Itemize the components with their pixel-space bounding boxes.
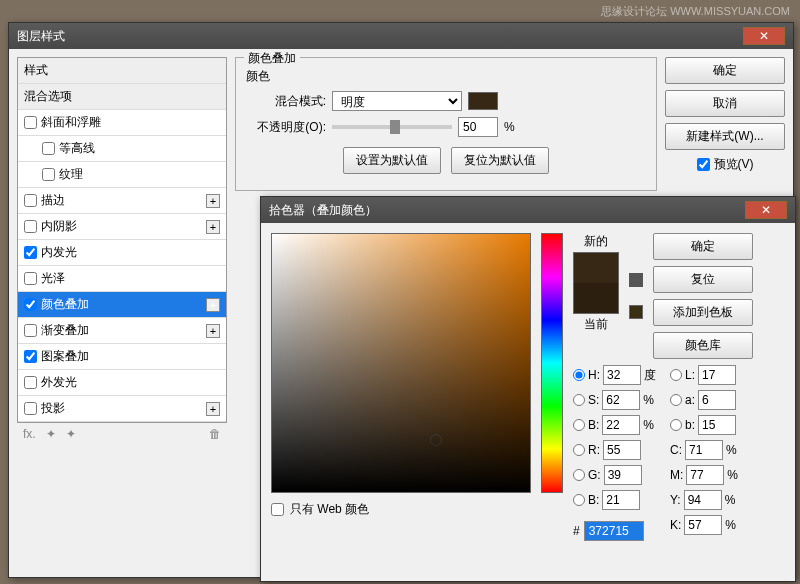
y-input[interactable] (684, 490, 722, 510)
add-swatch-button[interactable]: 添加到色板 (653, 299, 753, 326)
web-only-checkbox[interactable] (271, 503, 284, 516)
color-field[interactable] (271, 233, 531, 493)
picker-title: 拾色器（叠加颜色） (269, 202, 377, 219)
b-input[interactable] (602, 490, 640, 510)
gamut-warning-icon[interactable] (629, 273, 643, 287)
set-default-button[interactable]: 设置为默认值 (343, 147, 441, 174)
g-radio[interactable] (573, 469, 585, 481)
style-label: 渐变叠加 (41, 322, 89, 339)
style-checkbox[interactable] (24, 220, 37, 233)
picker-close-icon[interactable]: ✕ (745, 201, 787, 219)
s-radio[interactable] (573, 394, 585, 406)
style-label: 外发光 (41, 374, 77, 391)
style-item-11[interactable]: 投影+ (18, 396, 226, 422)
style-item-0[interactable]: 斜面和浮雕 (18, 110, 226, 136)
picker-titlebar: 拾色器（叠加颜色） ✕ (261, 197, 795, 223)
close-icon[interactable]: ✕ (743, 27, 785, 45)
plus-icon[interactable]: + (206, 194, 220, 208)
blend-mode-select[interactable]: 明度 (332, 91, 462, 111)
plus-icon[interactable]: + (206, 324, 220, 338)
l-input[interactable] (698, 365, 736, 385)
layer-style-titlebar: 图层样式 ✕ (9, 23, 793, 49)
preview-checkbox[interactable] (697, 158, 710, 171)
c-input[interactable] (685, 440, 723, 460)
style-checkbox[interactable] (24, 246, 37, 259)
websafe-swatch-icon[interactable] (629, 305, 643, 319)
a-radio[interactable] (670, 394, 682, 406)
watermark: 思缘设计论坛 WWW.MISSYUAN.COM (601, 4, 790, 19)
picker-reset-button[interactable]: 复位 (653, 266, 753, 293)
style-label: 等高线 (59, 140, 95, 157)
h-radio[interactable] (573, 369, 585, 381)
k-input[interactable] (684, 515, 722, 535)
hue-slider[interactable] (541, 233, 563, 493)
style-checkbox[interactable] (42, 168, 55, 181)
blend-options-header[interactable]: 混合选项 (18, 84, 226, 110)
r-input[interactable] (603, 440, 641, 460)
a-input[interactable] (698, 390, 736, 410)
style-checkbox[interactable] (24, 376, 37, 389)
reset-default-button[interactable]: 复位为默认值 (451, 147, 549, 174)
g-input[interactable] (604, 465, 642, 485)
opacity-slider[interactable] (332, 125, 452, 129)
new-style-button[interactable]: 新建样式(W)... (665, 123, 785, 150)
l-radio[interactable] (670, 369, 682, 381)
style-label: 图案叠加 (41, 348, 89, 365)
style-checkbox[interactable] (24, 272, 37, 285)
r-radio[interactable] (573, 444, 585, 456)
style-item-1[interactable]: 等高线 (18, 136, 226, 162)
style-item-5[interactable]: 内发光 (18, 240, 226, 266)
plus-icon[interactable]: + (206, 402, 220, 416)
style-label: 投影 (41, 400, 65, 417)
b-radio[interactable] (573, 494, 585, 506)
style-label: 内发光 (41, 244, 77, 261)
style-item-4[interactable]: 内阴影+ (18, 214, 226, 240)
style-checkbox[interactable] (42, 142, 55, 155)
lb-radio[interactable] (670, 419, 682, 431)
style-item-2[interactable]: 纹理 (18, 162, 226, 188)
style-item-10[interactable]: 外发光 (18, 370, 226, 396)
styles-header[interactable]: 样式 (18, 58, 226, 84)
style-label: 颜色叠加 (41, 296, 89, 313)
style-item-9[interactable]: 图案叠加 (18, 344, 226, 370)
fx-icon[interactable]: fx. (23, 427, 36, 441)
trash-icon[interactable]: 🗑 (209, 427, 221, 441)
list-footer: fx. ✦ ✦ 🗑 (17, 423, 227, 445)
h-input[interactable] (603, 365, 641, 385)
opacity-label: 不透明度(O): (246, 119, 326, 136)
opacity-input[interactable] (458, 117, 498, 137)
web-only-label: 只有 Web 颜色 (290, 501, 369, 518)
plus-icon[interactable]: + (206, 220, 220, 234)
style-checkbox[interactable] (24, 324, 37, 337)
cancel-button[interactable]: 取消 (665, 90, 785, 117)
style-checkbox[interactable] (24, 402, 37, 415)
style-item-8[interactable]: 渐变叠加+ (18, 318, 226, 344)
color-overlay-fieldset: 颜色叠加 颜色 混合模式: 明度 不透明度(O): % 设置为默认值 复位为默认… (235, 57, 657, 191)
style-item-6[interactable]: 光泽 (18, 266, 226, 292)
percent-label: % (504, 120, 515, 134)
overlay-color-swatch[interactable] (468, 92, 498, 110)
style-checkbox[interactable] (24, 116, 37, 129)
style-checkbox[interactable] (24, 298, 37, 311)
up-icon[interactable]: ✦ (46, 427, 56, 441)
hex-input[interactable] (584, 521, 644, 541)
style-label: 光泽 (41, 270, 65, 287)
style-item-3[interactable]: 描边+ (18, 188, 226, 214)
preview-checkbox-row[interactable]: 预览(V) (665, 156, 785, 173)
down-icon[interactable]: ✦ (66, 427, 76, 441)
blend-mode-label: 混合模式: (246, 93, 326, 110)
lb-input[interactable] (698, 415, 736, 435)
picker-ok-button[interactable]: 确定 (653, 233, 753, 260)
m-input[interactable] (686, 465, 724, 485)
color-lib-button[interactable]: 颜色库 (653, 332, 753, 359)
bv-input[interactable] (602, 415, 640, 435)
style-label: 纹理 (59, 166, 83, 183)
s-input[interactable] (602, 390, 640, 410)
bv-radio[interactable] (573, 419, 585, 431)
style-label: 内阴影 (41, 218, 77, 235)
plus-icon[interactable]: + (206, 298, 220, 312)
ok-button[interactable]: 确定 (665, 57, 785, 84)
style-checkbox[interactable] (24, 194, 37, 207)
style-checkbox[interactable] (24, 350, 37, 363)
style-item-7[interactable]: 颜色叠加+ (18, 292, 226, 318)
